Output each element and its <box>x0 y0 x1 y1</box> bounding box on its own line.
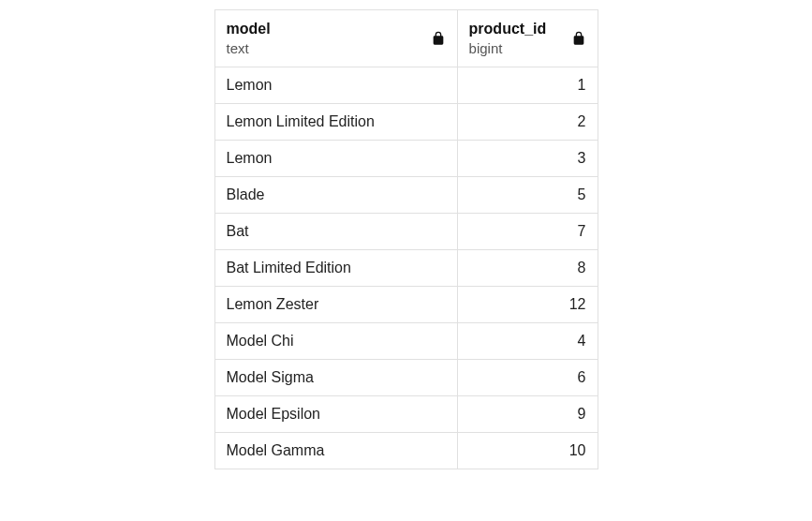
column-type: bigint <box>469 39 547 58</box>
table-row[interactable]: Bat 7 <box>214 214 598 250</box>
table-row[interactable]: Lemon 1 <box>214 67 598 104</box>
cell-product-id[interactable]: 9 <box>457 396 598 433</box>
table-row[interactable]: Lemon 3 <box>214 141 598 177</box>
table-body: Lemon 1 Lemon Limited Edition 2 Lemon 3 … <box>214 67 598 469</box>
table-row[interactable]: Blade 5 <box>214 177 598 214</box>
column-header-product-id[interactable]: product_id bigint <box>457 10 598 67</box>
cell-product-id[interactable]: 3 <box>457 141 598 177</box>
cell-model[interactable]: Model Chi <box>214 323 457 360</box>
lock-icon <box>571 31 586 46</box>
cell-product-id[interactable]: 1 <box>457 67 598 104</box>
cell-product-id[interactable]: 7 <box>457 214 598 250</box>
cell-product-id[interactable]: 8 <box>457 250 598 287</box>
table-row[interactable]: Lemon Limited Edition 2 <box>214 104 598 141</box>
cell-model[interactable]: Model Sigma <box>214 360 457 396</box>
cell-product-id[interactable]: 4 <box>457 323 598 360</box>
cell-product-id[interactable]: 6 <box>457 360 598 396</box>
table-row[interactable]: Bat Limited Edition 8 <box>214 250 598 287</box>
table-row[interactable]: Lemon Zester 12 <box>214 287 598 323</box>
column-name: model <box>227 20 271 39</box>
cell-model[interactable]: Bat <box>214 214 457 250</box>
table-row[interactable]: Model Chi 4 <box>214 323 598 360</box>
cell-product-id[interactable]: 5 <box>457 177 598 214</box>
cell-model[interactable]: Model Gamma <box>214 433 457 469</box>
cell-product-id[interactable]: 10 <box>457 433 598 469</box>
header-row: model text product_id bigint <box>214 10 598 67</box>
cell-model[interactable]: Bat Limited Edition <box>214 250 457 287</box>
column-type: text <box>227 39 271 58</box>
lock-icon <box>431 31 446 46</box>
cell-model[interactable]: Lemon <box>214 141 457 177</box>
table-row[interactable]: Model Epsilon 9 <box>214 396 598 433</box>
table-row[interactable]: Model Gamma 10 <box>214 433 598 469</box>
cell-product-id[interactable]: 2 <box>457 104 598 141</box>
column-header-model[interactable]: model text <box>214 10 457 67</box>
data-table: model text product_id bigint <box>214 9 598 469</box>
cell-model[interactable]: Model Epsilon <box>214 396 457 433</box>
cell-product-id[interactable]: 12 <box>457 287 598 323</box>
table-row[interactable]: Model Sigma 6 <box>214 360 598 396</box>
cell-model[interactable]: Lemon Zester <box>214 287 457 323</box>
cell-model[interactable]: Lemon <box>214 67 457 104</box>
cell-model[interactable]: Lemon Limited Edition <box>214 104 457 141</box>
cell-model[interactable]: Blade <box>214 177 457 214</box>
column-name: product_id <box>469 20 547 39</box>
